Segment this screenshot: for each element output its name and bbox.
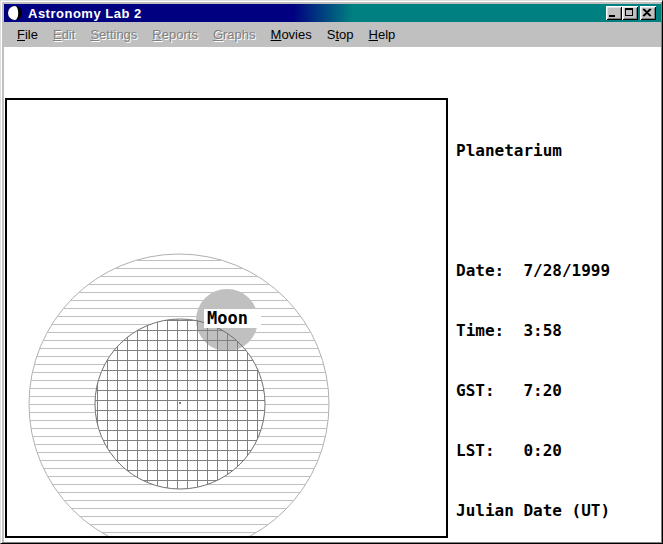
moon-phase-icon[interactable]: [7, 5, 23, 21]
maximize-icon: [625, 8, 633, 16]
window-title: Astronomy Lab 2: [28, 6, 142, 21]
minimize-icon: [609, 15, 615, 17]
window-controls: [606, 6, 656, 20]
panel-blank: [456, 201, 661, 221]
client-area: Moon Planetarium Date: 7/28/1999 Time: 3…: [4, 47, 661, 542]
maximize-button[interactable]: [622, 6, 638, 20]
eclipse-diagram: Moon: [7, 100, 446, 536]
panel-date: Date: 7/28/1999: [456, 261, 661, 281]
field-center-marker: [179, 402, 181, 404]
close-button[interactable]: [640, 6, 656, 20]
planetarium-view[interactable]: Moon: [5, 98, 448, 538]
panel-title: Planetarium: [456, 141, 661, 161]
menu-file[interactable]: File: [10, 24, 45, 45]
menu-stop[interactable]: Stop: [320, 24, 361, 45]
moon-label: Moon: [204, 308, 261, 328]
title-bar[interactable]: Astronomy Lab 2: [4, 4, 661, 22]
menu-bar: File Edit Settings Reports Graphs Movies…: [4, 22, 661, 47]
minimize-button[interactable]: [606, 6, 622, 20]
menu-graphs: Graphs: [206, 24, 263, 45]
menu-edit: Edit: [46, 24, 82, 45]
panel-julian-label: Julian Date (UT): [456, 501, 661, 521]
planetarium-panel: Planetarium Date: 7/28/1999 Time: 3:58 G…: [456, 101, 661, 544]
moon-label-text: Moon: [207, 308, 248, 328]
menu-help[interactable]: Help: [362, 24, 403, 45]
menu-settings: Settings: [83, 24, 144, 45]
app-window: Astronomy Lab 2 File Edit Settings Repor…: [0, 0, 663, 544]
panel-time: Time: 3:58: [456, 321, 661, 341]
panel-lst: LST: 0:20: [456, 441, 661, 461]
panel-gst: GST: 7:20: [456, 381, 661, 401]
close-icon: [642, 7, 653, 18]
menu-movies[interactable]: Movies: [264, 24, 319, 45]
menu-reports: Reports: [145, 24, 205, 45]
